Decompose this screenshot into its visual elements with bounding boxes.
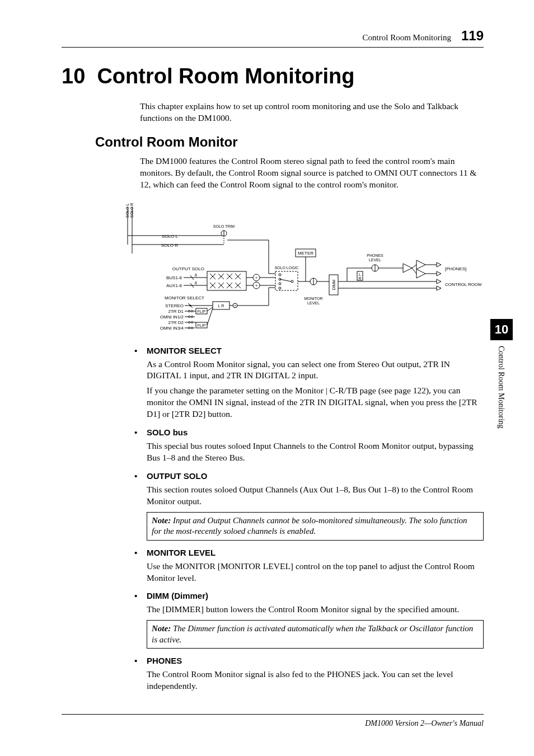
svg-point-54 bbox=[191, 327, 193, 328]
svg-point-72 bbox=[279, 283, 281, 285]
note-text: Input and Output Channels cannot be solo… bbox=[152, 516, 467, 536]
note-label: Note: bbox=[152, 624, 173, 633]
side-tab-label: Control Room Monitoring bbox=[490, 346, 505, 429]
note-text: The Dimmer function is activated automat… bbox=[152, 624, 473, 644]
diag-label-stereo: STEREO bbox=[165, 303, 184, 308]
svg-point-50 bbox=[191, 316, 193, 317]
svg-text:PHONES: PHONES bbox=[367, 253, 383, 257]
svg-point-49 bbox=[189, 316, 190, 317]
svg-point-70 bbox=[279, 274, 281, 276]
note-box: Note: Input and Output Channels cannot b… bbox=[147, 512, 484, 541]
svg-text:+: + bbox=[255, 284, 257, 288]
bullet-item: •OUTPUT SOLO bbox=[134, 471, 484, 482]
svg-text:8: 8 bbox=[195, 281, 197, 285]
diag-label-aux: AUX1-8 bbox=[166, 283, 182, 288]
chapter-intro: This chapter explains how to set up cont… bbox=[140, 101, 484, 124]
running-title: Control Room Monitoring bbox=[363, 33, 451, 43]
diag-label-omni12: OMNI IN1/2 bbox=[160, 314, 184, 320]
diag-label-lr: L R bbox=[218, 304, 224, 308]
diag-label-2trd1: 2TR D1 bbox=[168, 309, 184, 314]
svg-marker-101 bbox=[437, 271, 441, 276]
page-number: 119 bbox=[461, 28, 484, 44]
bullet-item: •DIMM (Dimmer) bbox=[134, 590, 484, 602]
svg-text:LEVEL: LEVEL bbox=[369, 258, 381, 262]
svg-text:L: L bbox=[359, 273, 361, 276]
diag-label-solo-trim: SOLO TRIM bbox=[213, 224, 235, 228]
diag-label-bus: BUS1-8 bbox=[166, 275, 182, 280]
bullet-dot-icon: • bbox=[134, 590, 147, 602]
bullet-dot-icon: • bbox=[134, 547, 147, 559]
side-tab: 10 Control Room Monitoring bbox=[490, 319, 513, 429]
section-title: Control Room Monitor bbox=[95, 134, 484, 150]
bullet-heading: OUTPUT SOLO bbox=[147, 471, 207, 482]
bullet-item: •SOLO bus bbox=[134, 427, 484, 439]
bullet-item: •PHONES bbox=[134, 655, 484, 667]
chapter-number: 10 bbox=[62, 64, 85, 88]
diag-label-dimm: DIMM bbox=[332, 279, 336, 290]
svg-point-47 bbox=[189, 310, 190, 312]
svg-text:+: + bbox=[255, 276, 257, 280]
diag-label-phones-out: [PHONES] bbox=[445, 266, 466, 271]
bullet-paragraph: The Control Room Monitor signal is also … bbox=[147, 669, 484, 692]
bullet-paragraph: This special bus routes soloed Input Cha… bbox=[147, 440, 484, 464]
diag-label-monitor-select: MONITOR SELECT bbox=[165, 295, 204, 300]
diag-label-solo-logic: SOLO LOGIC bbox=[274, 266, 298, 270]
svg-text:R: R bbox=[358, 276, 361, 280]
svg-point-53 bbox=[189, 327, 190, 328]
bullet-paragraph: If you change the parameter setting on t… bbox=[147, 385, 484, 420]
bullet-dot-icon: • bbox=[134, 427, 147, 439]
diag-label-meter: METER bbox=[298, 251, 313, 256]
bullet-dot-icon: • bbox=[134, 471, 147, 482]
bullet-dot-icon: • bbox=[134, 345, 147, 357]
svg-text:8: 8 bbox=[195, 273, 197, 277]
diag-label-flip1: FLIP bbox=[198, 309, 206, 313]
note-label: Note: bbox=[152, 516, 173, 525]
svg-marker-99 bbox=[437, 262, 441, 267]
signal-flow-diagram: SOLO L SOLO R SOLO L SOLO R SOLO TRIM OU… bbox=[123, 201, 481, 335]
bullet-heading: MONITOR SELECT bbox=[147, 345, 222, 357]
svg-text:LEVEL: LEVEL bbox=[307, 301, 320, 305]
chapter-name: Control Room Monitoring bbox=[97, 64, 354, 88]
diag-label-omni34: OMNI IN3/4 bbox=[160, 326, 184, 331]
diag-label-solo-r: SOLO R bbox=[161, 243, 178, 248]
diag-label-solo-l: SOLO L bbox=[162, 234, 178, 239]
page-footer: DM1000 Version 2—Owner's Manual bbox=[62, 714, 484, 728]
svg-marker-95 bbox=[416, 269, 425, 278]
bullet-paragraph: As a Control Room Monitor signal, you ca… bbox=[147, 359, 484, 382]
bullet-heading: DIMM (Dimmer) bbox=[147, 590, 208, 602]
svg-point-51 bbox=[189, 321, 190, 323]
note-box: Note: The Dimmer function is activated a… bbox=[147, 620, 484, 649]
bullet-heading: PHONES bbox=[147, 655, 182, 667]
svg-line-97 bbox=[412, 268, 416, 274]
bullet-item: •MONITOR SELECT bbox=[134, 345, 484, 357]
svg-line-96 bbox=[412, 265, 416, 268]
side-tab-number: 10 bbox=[490, 319, 513, 340]
diag-label-cr-out: CONTROL ROOM bbox=[445, 282, 481, 287]
section-intro: The DM1000 features the Control Room ste… bbox=[140, 156, 484, 191]
diag-label-output-solo: OUTPUT SOLO bbox=[172, 266, 204, 271]
bullet-item: •MONITOR LEVEL bbox=[134, 547, 484, 559]
running-header: Control Room Monitoring 119 bbox=[62, 28, 484, 48]
svg-point-52 bbox=[191, 321, 193, 323]
bullet-paragraph: The [DIMMER] button lowers the Control R… bbox=[147, 604, 484, 616]
svg-point-48 bbox=[191, 310, 193, 312]
svg-marker-94 bbox=[416, 260, 425, 269]
svg-point-73 bbox=[279, 287, 281, 289]
diag-label-flip2: FLIP bbox=[198, 323, 206, 327]
bullet-dot-icon: • bbox=[134, 655, 147, 667]
bullet-heading: MONITOR LEVEL bbox=[147, 547, 216, 559]
svg-point-75 bbox=[291, 280, 293, 283]
bullet-paragraph: Use the MONITOR [MONITOR LEVEL] control … bbox=[147, 561, 484, 584]
bullet-paragraph: This section routes soloed Output Channe… bbox=[147, 484, 484, 508]
chapter-title: 10 Control Room Monitoring bbox=[62, 64, 484, 88]
diag-label-2trd2: 2TR D2 bbox=[168, 320, 184, 325]
svg-marker-102 bbox=[437, 279, 441, 284]
svg-text:+: + bbox=[234, 304, 236, 308]
svg-text:MONITOR: MONITOR bbox=[305, 297, 323, 300]
svg-marker-93 bbox=[403, 264, 412, 273]
bullet-heading: SOLO bus bbox=[147, 427, 188, 439]
svg-marker-104 bbox=[437, 286, 441, 290]
